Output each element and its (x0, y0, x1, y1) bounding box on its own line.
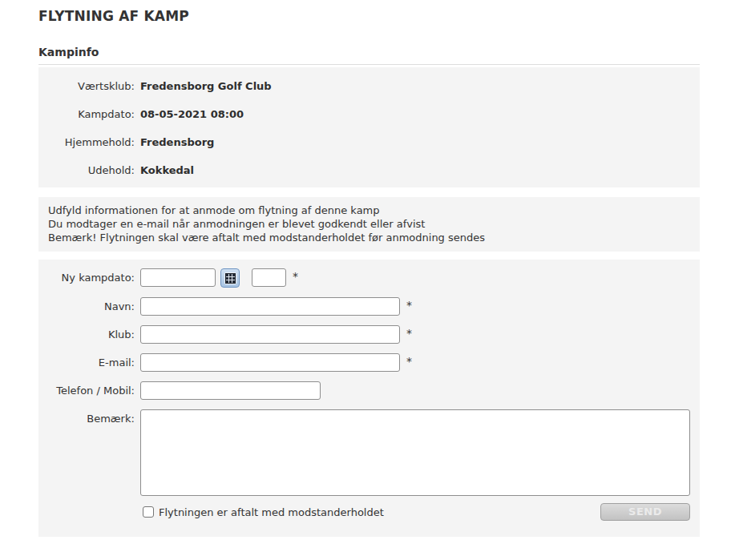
remark-textarea[interactable] (140, 409, 690, 496)
new-date-input[interactable] (140, 268, 216, 287)
instruction-line-2: Du modtager en e-mail når anmodningen er… (48, 217, 690, 231)
form-row-name: Navn: * (48, 297, 690, 316)
page-title: FLYTNING AF KAMP (38, 8, 700, 24)
info-row-host-club: Værtsklub: Fredensborg Golf Club (38, 80, 700, 92)
form-row-email: E-mail: * (48, 353, 690, 372)
required-marker: * (406, 297, 412, 312)
away-team-label: Udehold: (38, 164, 135, 176)
required-marker: * (406, 325, 412, 340)
form-row-new-date: Ny kampdato: * (48, 268, 690, 288)
required-marker: * (406, 353, 412, 368)
name-label: Navn: (48, 297, 135, 312)
required-marker: * (293, 268, 298, 283)
agreement-checkbox-wrap: Flytningen er aftalt med modstanderholde… (143, 506, 600, 518)
instructions-box: Udfyld informationen for at anmode om fl… (38, 197, 700, 252)
form-bottom-row: Flytningen er aftalt med modstanderholde… (48, 503, 690, 521)
remark-label: Bemærk: (48, 409, 135, 425)
form-row-phone: Telefon / Mobil: (48, 381, 690, 400)
agreement-checkbox[interactable] (143, 506, 154, 518)
page: FLYTNING AF KAMP Kampinfo Værtsklub: Fre… (0, 0, 731, 537)
new-time-input[interactable] (252, 268, 286, 287)
home-team-label: Hjemmehold: (38, 136, 135, 148)
email-label: E-mail: (48, 353, 135, 369)
form-row-remark: Bemærk: (48, 409, 690, 496)
match-date-label: Kampdato: (38, 108, 135, 120)
new-date-label: Ny kampdato: (48, 268, 135, 284)
info-row-match-date: Kampdato: 08-05-2021 08:00 (38, 108, 700, 120)
home-team-value: Fredensborg (140, 136, 214, 148)
away-team-value: Kokkedal (140, 164, 194, 176)
form-row-club: Klub: * (48, 325, 690, 344)
match-date-value: 08-05-2021 08:00 (140, 108, 244, 120)
section-header-kampinfo: Kampinfo (38, 46, 700, 65)
send-button[interactable]: SEND (600, 503, 690, 521)
club-input[interactable] (140, 325, 400, 344)
phone-label: Telefon / Mobil: (48, 381, 135, 397)
instruction-line-3: Bemærk! Flytningen skal være aftalt med … (48, 231, 690, 244)
match-info-box: Værtsklub: Fredensborg Golf Club Kampdat… (38, 67, 700, 187)
instruction-line-1: Udfyld informationen for at anmode om fl… (48, 203, 690, 217)
host-club-value: Fredensborg Golf Club (140, 80, 272, 92)
name-input[interactable] (140, 297, 400, 316)
calendar-grid-icon (224, 272, 236, 284)
move-request-form: Ny kampdato: * (38, 260, 700, 537)
host-club-label: Værtsklub: (38, 80, 135, 92)
info-row-home-team: Hjemmehold: Fredensborg (38, 136, 700, 148)
agreement-checkbox-label: Flytningen er aftalt med modstanderholde… (159, 506, 384, 518)
calendar-picker-button[interactable] (220, 268, 240, 288)
phone-input[interactable] (140, 381, 321, 400)
info-row-away-team: Udehold: Kokkedal (38, 164, 700, 176)
club-label: Klub: (48, 325, 135, 340)
email-input[interactable] (140, 353, 400, 372)
